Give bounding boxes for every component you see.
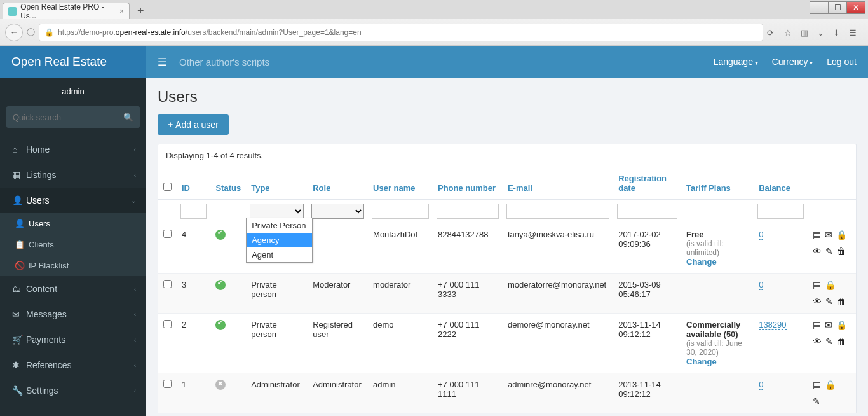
pocket-icon[interactable]: ⌄ xyxy=(817,28,824,38)
row-checkbox[interactable] xyxy=(163,380,172,388)
row-action-edit-icon[interactable]: ✎ xyxy=(825,336,833,347)
row-action-del-icon[interactable]: 🗑 xyxy=(837,246,846,256)
window-close-button[interactable]: ✕ xyxy=(846,1,865,14)
sidebar-item-payments[interactable]: 🛒Payments‹ xyxy=(0,327,146,352)
column-header-e-mail[interactable]: E-mail xyxy=(503,167,613,200)
sidebar-item-users[interactable]: 👤Users⌄ xyxy=(0,188,146,213)
cell-type: Private person xyxy=(246,314,308,373)
sidebar-item-label: Settings xyxy=(26,385,58,396)
status-icon[interactable] xyxy=(215,280,226,290)
row-action-list-icon[interactable]: ▤ xyxy=(813,380,821,390)
status-icon[interactable] xyxy=(215,320,226,330)
window-maximize-button[interactable]: ☐ xyxy=(828,1,847,14)
sidebar-item-settings[interactable]: 🔧Settings‹ xyxy=(0,378,146,403)
column-header-balance[interactable]: Balance xyxy=(754,167,808,200)
column-header-registration-date[interactable]: Registration date xyxy=(613,167,681,200)
column-header-type[interactable]: Type xyxy=(246,167,308,200)
sidebar-item-messages[interactable]: ✉Messages‹ xyxy=(0,302,146,327)
filter-phone-number-input[interactable] xyxy=(437,204,499,219)
language-dropdown[interactable]: Language xyxy=(714,57,758,67)
sidebar-item-references[interactable]: ✱References‹ xyxy=(0,352,146,378)
browser-back-button[interactable]: ← xyxy=(5,24,23,41)
filter-user-name-input[interactable] xyxy=(372,204,429,219)
balance-link[interactable]: 0 xyxy=(759,230,763,240)
row-action-eye-icon[interactable]: 👁 xyxy=(813,296,822,307)
row-action-eye-icon[interactable]: 👁 xyxy=(813,246,822,256)
downloads-icon[interactable]: ⬇ xyxy=(833,28,840,38)
balance-link[interactable]: 0 xyxy=(759,380,763,390)
chevron-icon: ‹ xyxy=(134,336,136,343)
type-option-agency[interactable]: Agency xyxy=(247,233,312,247)
sidebar-item-content[interactable]: 🗂Content‹ xyxy=(0,276,146,302)
status-icon[interactable] xyxy=(215,380,226,390)
filter-id-input[interactable] xyxy=(180,204,207,219)
library-icon[interactable]: ▥ xyxy=(801,28,808,38)
cell-phone: 82844132788 xyxy=(433,223,503,274)
filter-role-select[interactable] xyxy=(311,204,364,219)
row-checkbox[interactable] xyxy=(163,230,172,238)
row-action-lock-icon[interactable]: 🔒 xyxy=(836,320,847,330)
tab-close-icon[interactable]: × xyxy=(119,7,124,16)
bookmark-star-icon[interactable]: ☆ xyxy=(784,28,792,38)
filter-registration-date-input[interactable] xyxy=(617,204,677,219)
balance-link[interactable]: 138290 xyxy=(759,320,786,330)
sidebar-toggle-icon[interactable]: ☰ xyxy=(158,56,166,68)
menu-icon[interactable]: ☰ xyxy=(849,28,857,38)
search-icon[interactable]: 🔍 xyxy=(123,113,133,122)
column-header-user-name[interactable]: User name xyxy=(368,167,433,200)
add-user-button[interactable]: Add a user xyxy=(158,114,229,135)
filter-type-select[interactable]: Private PersonAgencyAgent xyxy=(250,204,304,219)
row-action-edit-icon[interactable]: ✎ xyxy=(813,396,820,406)
column-header-phone-number[interactable]: Phone number xyxy=(433,167,503,200)
row-action-list-icon[interactable]: ▤ xyxy=(813,230,821,240)
window-minimize-button[interactable]: – xyxy=(810,1,829,14)
row-action-lock-icon[interactable]: 🔒 xyxy=(825,280,836,290)
logout-link[interactable]: Log out xyxy=(827,57,857,67)
row-checkbox[interactable] xyxy=(163,280,172,288)
column-header-id[interactable]: ID xyxy=(177,167,210,200)
type-option-agent[interactable]: Agent xyxy=(247,247,312,262)
currency-dropdown[interactable]: Currency xyxy=(772,57,813,67)
quick-search[interactable]: 🔍 xyxy=(6,106,140,128)
column-header-role[interactable]: Role xyxy=(308,167,368,200)
row-action-eye-icon[interactable]: 👁 xyxy=(813,336,822,347)
sidebar-item-home[interactable]: ⌂Home‹ xyxy=(0,137,146,162)
row-action-mail-icon[interactable]: ✉ xyxy=(825,230,832,240)
tariff-change-link[interactable]: Change xyxy=(686,257,749,267)
row-action-list-icon[interactable]: ▤ xyxy=(813,280,821,290)
cell-tariff xyxy=(681,274,754,314)
filter-balance-input[interactable] xyxy=(757,204,804,219)
browser-tab[interactable]: Open Real Estate PRO - Us... × xyxy=(3,3,130,19)
column-header-tariff-plans[interactable]: Tariff Plans xyxy=(681,167,754,200)
row-action-lock-icon[interactable]: 🔒 xyxy=(836,230,847,240)
address-bar[interactable]: 🔒 https://demo-pro.open-real-estate.info… xyxy=(39,24,763,41)
cell-username: MontazhDof xyxy=(368,223,433,274)
brand-logo[interactable]: Open Real Estate xyxy=(0,46,146,78)
column-header-status[interactable]: Status xyxy=(210,167,246,200)
row-action-edit-icon[interactable]: ✎ xyxy=(825,296,833,307)
select-all-checkbox[interactable] xyxy=(163,183,172,191)
sidebar-subitem-users[interactable]: 👤Users xyxy=(0,213,146,234)
row-action-list-icon[interactable]: ▤ xyxy=(813,320,821,330)
row-checkbox[interactable] xyxy=(163,320,172,328)
info-icon[interactable]: ⓘ xyxy=(27,27,35,38)
filter-e-mail-input[interactable] xyxy=(506,204,609,219)
tariff-change-link[interactable]: Change xyxy=(686,357,749,366)
sidebar-subitem-ip-blacklist[interactable]: 🚫IP Blacklist xyxy=(0,255,146,276)
quick-search-input[interactable] xyxy=(13,113,123,122)
users-table: IDStatusTypeRoleUser namePhone numberE-m… xyxy=(158,167,856,413)
sidebar-subitem-clients[interactable]: 📋Clients xyxy=(0,234,146,255)
row-action-edit-icon[interactable]: ✎ xyxy=(825,246,833,256)
row-action-del-icon[interactable]: 🗑 xyxy=(837,296,846,307)
reload-icon[interactable]: ⟳ xyxy=(767,28,774,38)
row-action-del-icon[interactable]: 🗑 xyxy=(837,336,846,347)
sidebar-item-listings[interactable]: ▦Listings‹ xyxy=(0,162,146,188)
other-scripts-link[interactable]: Other author's scripts xyxy=(179,57,269,67)
row-action-lock-icon[interactable]: 🔒 xyxy=(825,380,836,390)
new-tab-button[interactable]: + xyxy=(133,3,148,19)
row-action-mail-icon[interactable]: ✉ xyxy=(825,320,832,330)
type-option-private-person[interactable]: Private Person xyxy=(247,218,312,233)
cell-email: tanya@moskva-elisa.ru xyxy=(503,223,613,274)
balance-link[interactable]: 0 xyxy=(759,280,763,290)
status-icon[interactable] xyxy=(215,230,226,240)
